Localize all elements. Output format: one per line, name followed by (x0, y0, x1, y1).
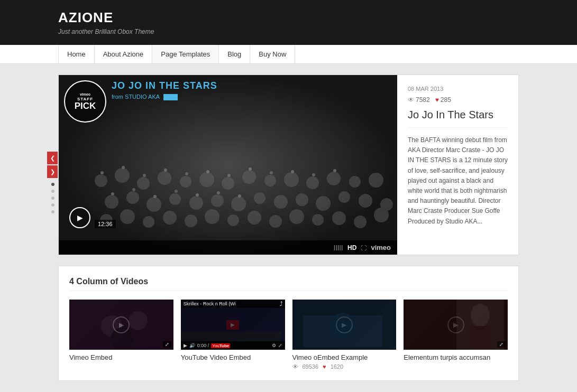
dot-1[interactable] (51, 183, 54, 186)
svg-point-53 (312, 173, 315, 176)
svg-point-11 (306, 176, 319, 189)
eye-icon: 👁 (408, 96, 414, 104)
dot-2[interactable] (51, 190, 54, 193)
thumb1-bg (69, 300, 173, 350)
svg-point-66 (111, 328, 134, 350)
svg-point-22 (254, 192, 265, 204)
featured-video-section: ❮ ❯ (58, 74, 519, 255)
expand-icon-4[interactable]: ⤢ (497, 341, 506, 348)
card-stats-3: 👁 69536 ♥ 1620 (292, 363, 397, 370)
svg-point-24 (296, 193, 308, 206)
hd-badge: HD (347, 244, 356, 251)
svg-point-8 (242, 170, 256, 184)
next-arrow[interactable]: ❯ (47, 165, 58, 178)
play-button[interactable]: ▶ (69, 207, 90, 228)
card-title-3: Vimeo oEmbed Example (292, 353, 397, 361)
video-grid: ▶ ⤢ Vimeo Embed Skrillex - Rock (69, 300, 508, 370)
thumb-1[interactable]: ▶ ⤢ (69, 300, 173, 350)
svg-point-16 (126, 191, 139, 204)
svg-point-47 (185, 172, 188, 175)
slide-dots (51, 183, 54, 213)
card-title-2: YouTube Video Embed (181, 353, 285, 361)
svg-point-5 (180, 176, 191, 188)
svg-point-54 (333, 169, 336, 172)
svg-point-35 (227, 214, 239, 226)
svg-point-17 (146, 197, 161, 212)
likes-count: 285 (441, 96, 451, 104)
video-date: 08 MAR 2013 (408, 86, 508, 92)
side-arrows: ❮ ❯ (47, 152, 58, 178)
svg-point-57 (153, 195, 157, 198)
svg-point-52 (291, 170, 294, 173)
nav-about[interactable]: About Azione (95, 45, 153, 63)
svg-point-13 (349, 176, 361, 188)
svg-point-64 (83, 329, 98, 344)
svg-point-33 (185, 214, 197, 227)
thumb-3[interactable]: ▶ (292, 300, 397, 350)
svg-point-36 (248, 211, 261, 225)
thumb-2[interactable]: Skrillex - Rock n Roll (Wi ⤴ ▶ ▶ 🔊 0:00 … (181, 300, 285, 350)
svg-rect-75 (470, 326, 491, 350)
svg-point-58 (175, 190, 178, 193)
svg-point-41 (354, 216, 367, 228)
views-stat: 👁 7582 (408, 96, 430, 104)
video-description: The BAFTA winning debut film from AKA Di… (408, 135, 508, 227)
yt-title-bar: Skrillex - Rock n Roll (Wi ⤴ (181, 300, 285, 308)
section-title: 4 Column of Videos (69, 277, 508, 291)
nav-page-templates[interactable]: Page Templates (152, 45, 219, 63)
overlay-title: JO JO IN THE STARS (112, 80, 217, 91)
pro-badge: PRO (163, 94, 178, 100)
svg-point-2 (115, 168, 130, 183)
fullscreen-icon[interactable]: ⛶ (361, 245, 367, 251)
svg-point-32 (163, 211, 177, 225)
nav-buy-now[interactable]: Buy Now (250, 45, 295, 63)
video-thumbnail[interactable]: vimeo STAFF PICK JO JO IN THE STARS from… (59, 75, 397, 255)
svg-point-74 (471, 304, 490, 327)
svg-point-46 (164, 169, 167, 172)
card3-eye-icon: 👁 (292, 363, 298, 370)
svg-point-38 (289, 209, 304, 224)
site-tagline: Just another Brilliant Obox Theme (58, 28, 519, 35)
yt-settings-icon[interactable]: ⚙ (272, 343, 276, 348)
overlay-from: from STUDIO AKA PRO (112, 94, 217, 100)
share-icon[interactable]: ⤴ (280, 301, 283, 307)
svg-point-65 (129, 311, 148, 330)
video-main-title: Jo Jo In The Stars (408, 109, 508, 128)
site-title: AZIONE (58, 10, 519, 26)
svg-point-10 (284, 172, 299, 187)
prev-arrow[interactable]: ❮ (47, 152, 58, 164)
dot-4[interactable] (51, 203, 54, 207)
thumb-4[interactable]: ▶ ⤢ (404, 300, 508, 350)
card-title-4: Elementum turpis accumsan (404, 353, 508, 361)
svg-point-56 (132, 188, 135, 191)
svg-point-19 (189, 196, 203, 210)
svg-point-59 (196, 193, 199, 197)
expand-icon-1[interactable]: ⤢ (163, 341, 171, 348)
svg-point-55 (111, 192, 114, 195)
video-card-2: Skrillex - Rock n Roll (Wi ⤴ ▶ ▶ 🔊 0:00 … (181, 300, 285, 370)
quality-bars-icon: ||||| (334, 245, 343, 250)
svg-point-1 (95, 174, 107, 187)
nav-home[interactable]: Home (58, 45, 95, 63)
staff-pick-badge: vimeo STAFF PICK (64, 80, 106, 123)
yt-play-ctrl[interactable]: ▶ (184, 343, 187, 348)
overlay-channel: STUDIO AKA (125, 94, 159, 100)
yt-speaker-icon[interactable]: 🔊 (189, 343, 195, 348)
yt-controls: ▶ 🔊 0:00 / YouTube ⚙ ⤢ (181, 341, 285, 350)
svg-point-37 (269, 215, 282, 228)
nav-blog[interactable]: Blog (219, 45, 250, 63)
svg-point-48 (206, 170, 209, 173)
yt-fullscreen-icon[interactable]: ⤢ (278, 343, 282, 348)
vimeo-logo: vimeo (371, 244, 391, 251)
svg-point-60 (217, 191, 220, 194)
vimeo-label-badge: vimeo (80, 92, 90, 97)
svg-point-6 (199, 172, 214, 187)
card3-views: 69536 (303, 363, 319, 370)
svg-point-49 (227, 174, 231, 177)
main-content: ❮ ❯ (0, 64, 577, 391)
four-col-section: 4 Column of Videos ▶ ⤢ (58, 266, 519, 381)
dot-5[interactable] (51, 210, 54, 213)
svg-point-44 (122, 166, 125, 169)
dot-3[interactable] (51, 197, 54, 200)
yt-logo: YouTube (211, 343, 230, 348)
